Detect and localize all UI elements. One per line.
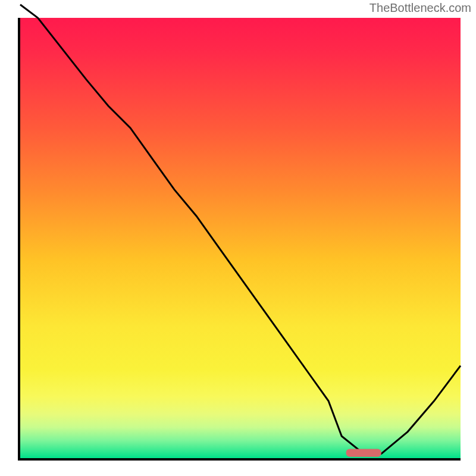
- watermark-text: TheBottleneck.com: [369, 1, 471, 15]
- optimal-range-marker: [346, 449, 381, 456]
- plot-area: [18, 18, 461, 461]
- chart-svg: [20, 18, 461, 458]
- bottleneck-curve: [20, 5, 461, 454]
- chart-canvas: TheBottleneck.com: [0, 0, 476, 476]
